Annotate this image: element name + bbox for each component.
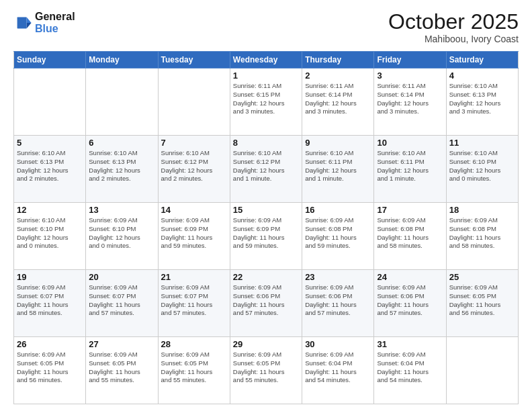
calendar-cell: 17Sunrise: 6:09 AM Sunset: 6:08 PM Dayli…	[374, 203, 446, 270]
day-number: 16	[305, 205, 371, 215]
calendar-cell: 16Sunrise: 6:09 AM Sunset: 6:08 PM Dayli…	[302, 203, 374, 270]
day-number: 3	[377, 71, 443, 81]
day-info: Sunrise: 6:11 AM Sunset: 6:14 PM Dayligh…	[305, 82, 371, 116]
day-number: 10	[377, 138, 443, 148]
day-info: Sunrise: 6:10 AM Sunset: 6:12 PM Dayligh…	[161, 149, 227, 183]
week-row-2: 5Sunrise: 6:10 AM Sunset: 6:13 PM Daylig…	[14, 136, 519, 203]
day-number: 25	[449, 272, 515, 282]
day-number: 27	[89, 339, 154, 349]
logo: General Blue	[13, 11, 75, 34]
day-info: Sunrise: 6:09 AM Sunset: 6:07 PM Dayligh…	[161, 283, 227, 318]
calendar-cell: 9Sunrise: 6:10 AM Sunset: 6:11 PM Daylig…	[302, 136, 374, 203]
calendar-cell: 8Sunrise: 6:10 AM Sunset: 6:12 PM Daylig…	[230, 136, 302, 203]
day-number: 21	[161, 272, 227, 282]
calendar-cell: 2Sunrise: 6:11 AM Sunset: 6:14 PM Daylig…	[302, 68, 374, 136]
week-row-3: 12Sunrise: 6:10 AM Sunset: 6:10 PM Dayli…	[14, 203, 519, 270]
day-info: Sunrise: 6:09 AM Sunset: 6:08 PM Dayligh…	[449, 216, 515, 250]
day-info: Sunrise: 6:09 AM Sunset: 6:10 PM Dayligh…	[89, 216, 154, 250]
page: General Blue October 2025 Mahiboou, Ivor…	[0, 0, 532, 411]
calendar-cell	[158, 68, 230, 136]
calendar-cell: 18Sunrise: 6:09 AM Sunset: 6:08 PM Dayli…	[446, 203, 518, 270]
day-number: 8	[233, 138, 299, 148]
day-number: 23	[305, 272, 371, 282]
weekday-header-thursday: Thursday	[302, 52, 374, 68]
day-info: Sunrise: 6:10 AM Sunset: 6:13 PM Dayligh…	[17, 149, 83, 183]
logo-icon	[13, 13, 32, 32]
day-info: Sunrise: 6:09 AM Sunset: 6:05 PM Dayligh…	[449, 283, 515, 318]
svg-rect-2	[17, 17, 27, 28]
week-row-1: 1Sunrise: 6:11 AM Sunset: 6:15 PM Daylig…	[14, 68, 519, 136]
calendar-cell: 23Sunrise: 6:09 AM Sunset: 6:06 PM Dayli…	[302, 270, 374, 337]
day-info: Sunrise: 6:09 AM Sunset: 6:06 PM Dayligh…	[377, 283, 443, 318]
day-info: Sunrise: 6:11 AM Sunset: 6:14 PM Dayligh…	[377, 82, 443, 116]
header: General Blue October 2025 Mahiboou, Ivor…	[13, 11, 519, 44]
weekday-header-wednesday: Wednesday	[230, 52, 302, 68]
calendar-cell: 20Sunrise: 6:09 AM Sunset: 6:07 PM Dayli…	[86, 270, 158, 337]
day-info: Sunrise: 6:09 AM Sunset: 6:06 PM Dayligh…	[305, 283, 371, 318]
day-number: 6	[89, 138, 154, 148]
calendar-cell: 28Sunrise: 6:09 AM Sunset: 6:05 PM Dayli…	[158, 337, 230, 404]
location: Mahiboou, Ivory Coast	[388, 34, 519, 44]
calendar-cell: 21Sunrise: 6:09 AM Sunset: 6:07 PM Dayli…	[158, 270, 230, 337]
day-info: Sunrise: 6:10 AM Sunset: 6:10 PM Dayligh…	[17, 216, 83, 250]
title-area: October 2025 Mahiboou, Ivory Coast	[388, 11, 519, 44]
day-info: Sunrise: 6:10 AM Sunset: 6:10 PM Dayligh…	[449, 149, 515, 183]
weekday-header-saturday: Saturday	[446, 52, 518, 68]
day-number: 15	[233, 205, 299, 215]
svg-marker-0	[27, 17, 32, 22]
calendar-cell: 19Sunrise: 6:09 AM Sunset: 6:07 PM Dayli…	[14, 270, 86, 337]
calendar-cell: 11Sunrise: 6:10 AM Sunset: 6:10 PM Dayli…	[446, 136, 518, 203]
calendar-cell: 10Sunrise: 6:10 AM Sunset: 6:11 PM Dayli…	[374, 136, 446, 203]
svg-marker-1	[27, 23, 32, 28]
day-number: 14	[161, 205, 227, 215]
day-info: Sunrise: 6:09 AM Sunset: 6:05 PM Dayligh…	[89, 351, 154, 385]
calendar-cell	[14, 68, 86, 136]
day-number: 28	[161, 339, 227, 349]
logo-text: General Blue	[35, 11, 75, 34]
month-title: October 2025	[388, 11, 519, 32]
calendar-cell: 3Sunrise: 6:11 AM Sunset: 6:14 PM Daylig…	[374, 68, 446, 136]
day-number: 4	[449, 71, 515, 81]
calendar-cell: 12Sunrise: 6:10 AM Sunset: 6:10 PM Dayli…	[14, 203, 86, 270]
day-info: Sunrise: 6:10 AM Sunset: 6:11 PM Dayligh…	[305, 149, 371, 183]
day-info: Sunrise: 6:10 AM Sunset: 6:11 PM Dayligh…	[377, 149, 443, 183]
day-number: 17	[377, 205, 443, 215]
day-info: Sunrise: 6:09 AM Sunset: 6:07 PM Dayligh…	[17, 283, 83, 318]
day-info: Sunrise: 6:10 AM Sunset: 6:12 PM Dayligh…	[233, 149, 299, 183]
weekday-header-monday: Monday	[86, 52, 158, 68]
day-number: 1	[233, 71, 299, 81]
weekday-header-row: SundayMondayTuesdayWednesdayThursdayFrid…	[14, 52, 519, 68]
calendar-cell: 4Sunrise: 6:10 AM Sunset: 6:13 PM Daylig…	[446, 68, 518, 136]
day-number: 12	[17, 205, 83, 215]
calendar-cell	[86, 68, 158, 136]
week-row-5: 26Sunrise: 6:09 AM Sunset: 6:05 PM Dayli…	[14, 337, 519, 404]
day-number: 19	[17, 272, 83, 282]
calendar-cell: 14Sunrise: 6:09 AM Sunset: 6:09 PM Dayli…	[158, 203, 230, 270]
calendar-cell: 30Sunrise: 6:09 AM Sunset: 6:04 PM Dayli…	[302, 337, 374, 404]
day-number: 22	[233, 272, 299, 282]
calendar-cell: 25Sunrise: 6:09 AM Sunset: 6:05 PM Dayli…	[446, 270, 518, 337]
day-number: 30	[305, 339, 371, 349]
calendar-cell: 5Sunrise: 6:10 AM Sunset: 6:13 PM Daylig…	[14, 136, 86, 203]
day-number: 7	[161, 138, 227, 148]
calendar-cell: 29Sunrise: 6:09 AM Sunset: 6:05 PM Dayli…	[230, 337, 302, 404]
week-row-4: 19Sunrise: 6:09 AM Sunset: 6:07 PM Dayli…	[14, 270, 519, 337]
day-info: Sunrise: 6:10 AM Sunset: 6:13 PM Dayligh…	[449, 82, 515, 116]
calendar-cell: 1Sunrise: 6:11 AM Sunset: 6:15 PM Daylig…	[230, 68, 302, 136]
day-number: 29	[233, 339, 299, 349]
calendar-cell: 13Sunrise: 6:09 AM Sunset: 6:10 PM Dayli…	[86, 203, 158, 270]
day-number: 2	[305, 71, 371, 81]
calendar-cell: 27Sunrise: 6:09 AM Sunset: 6:05 PM Dayli…	[86, 337, 158, 404]
weekday-header-sunday: Sunday	[14, 52, 86, 68]
day-info: Sunrise: 6:09 AM Sunset: 6:09 PM Dayligh…	[233, 216, 299, 250]
day-info: Sunrise: 6:09 AM Sunset: 6:09 PM Dayligh…	[161, 216, 227, 250]
day-number: 9	[305, 138, 371, 148]
day-info: Sunrise: 6:09 AM Sunset: 6:05 PM Dayligh…	[233, 351, 299, 385]
day-number: 5	[17, 138, 83, 148]
calendar-cell: 31Sunrise: 6:09 AM Sunset: 6:04 PM Dayli…	[374, 337, 446, 404]
day-info: Sunrise: 6:09 AM Sunset: 6:04 PM Dayligh…	[377, 351, 443, 385]
day-number: 11	[449, 138, 515, 148]
logo-line2: Blue	[35, 23, 75, 35]
day-info: Sunrise: 6:11 AM Sunset: 6:15 PM Dayligh…	[233, 82, 299, 116]
calendar-cell: 24Sunrise: 6:09 AM Sunset: 6:06 PM Dayli…	[374, 270, 446, 337]
